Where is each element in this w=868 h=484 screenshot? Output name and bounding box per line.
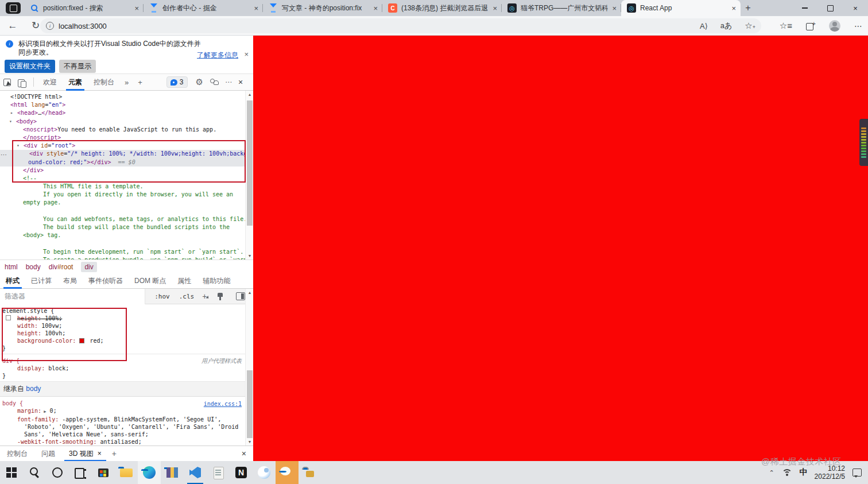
panel-tab-事件侦听器[interactable]: 事件侦听器 — [83, 274, 129, 289]
twisty-icon[interactable]: ▾ — [9, 118, 12, 126]
panel-tab-DOM 断点[interactable]: DOM 断点 — [129, 274, 172, 289]
scrollbar-thumb[interactable] — [247, 100, 253, 226]
css-property[interactable]: font-family: -apple-system, BlinkMacSyst… — [2, 416, 245, 438]
drawer-tab-问题[interactable]: 问题 — [34, 446, 62, 461]
panel-tab-属性[interactable]: 属性 — [172, 274, 197, 289]
devtools-tab-欢迎[interactable]: 欢迎 — [37, 74, 63, 91]
maximize-icon[interactable] — [817, 0, 843, 16]
styles-pane[interactable]: element.style {height: 100%;width: 100vw… — [0, 304, 245, 446]
translate-icon[interactable]: aあ — [720, 21, 733, 31]
toggle-hover-button[interactable]: :hov — [154, 293, 170, 300]
settings-gear-icon[interactable]: ⚙ — [196, 77, 203, 87]
breadcrumb-item-div[interactable]: div#root — [49, 263, 73, 271]
drawer-add-icon[interactable]: + — [108, 449, 120, 458]
ime-indicator[interactable]: 中 — [800, 467, 808, 478]
more-tabs-icon[interactable]: » — [120, 78, 133, 87]
elements-tree[interactable]: <!DOCTYPE html><html lang="en">▸<head>…<… — [0, 91, 245, 260]
taskbar-notepad-icon[interactable] — [207, 461, 230, 484]
dom-tree-line[interactable]: ▸<head>…</head> — [0, 109, 245, 117]
back-icon[interactable]: ← — [5, 20, 21, 32]
read-aloud-icon[interactable]: A⟩ — [700, 22, 708, 30]
dom-tree-line[interactable] — [0, 207, 245, 215]
dom-tree-line[interactable]: </noscript> — [0, 134, 245, 142]
wifi-icon[interactable] — [781, 468, 793, 477]
taskbar-task-view-icon[interactable] — [69, 461, 92, 484]
tab-close-icon[interactable]: × — [612, 4, 617, 13]
dom-tree-line[interactable]: ▾<div id="root"> — [0, 142, 245, 150]
devtools-menu-icon[interactable]: ⋯ — [225, 78, 232, 86]
dom-tree-line[interactable]: This HTML file is a template. — [0, 183, 245, 191]
new-style-rule-icon[interactable]: + — [202, 292, 207, 301]
dom-tree-line[interactable]: </div> — [0, 167, 245, 175]
panel-tab-已计算[interactable]: 已计算 — [25, 274, 57, 289]
css-property[interactable]: -webkit-font-smoothing: antialiased; — [2, 438, 245, 446]
css-property[interactable]: height: 100%; — [2, 315, 245, 322]
scroll-up-icon[interactable]: ▲ — [246, 291, 253, 295]
breadcrumb-item-div[interactable]: div — [81, 262, 96, 272]
taskbar-cortana-icon[interactable] — [46, 461, 69, 484]
elements-scrollbar[interactable]: ▲ ▼ — [245, 91, 253, 260]
new-tab-button[interactable]: + — [741, 1, 755, 16]
computed-sidebar-icon[interactable] — [235, 292, 245, 301]
taskbar-edge-icon[interactable] — [138, 461, 161, 484]
notification-center-icon[interactable] — [852, 468, 862, 477]
panel-tab-布局[interactable]: 布局 — [57, 274, 83, 289]
scroll-down-icon[interactable]: ▼ — [246, 254, 253, 258]
rule-origin-link[interactable]: index.css:1 — [204, 401, 242, 407]
dom-tree-line[interactable]: <div style="/* height: 100%; */width: 10… — [0, 150, 245, 158]
dom-tree-line[interactable]: To begin the development, run `npm start… — [0, 248, 245, 256]
drawer-close-icon[interactable]: × — [242, 449, 246, 458]
close-window-icon[interactable]: × — [843, 0, 868, 16]
css-property[interactable]: width: 100vw; — [2, 322, 245, 330]
devtools-close-icon[interactable]: × — [238, 78, 243, 87]
element-options-dots[interactable]: ⋯ — [1, 151, 10, 158]
dom-tree-line[interactable]: ound-color: red;"></div> == $0 — [0, 158, 245, 167]
property-checkbox[interactable] — [6, 315, 11, 320]
taskbar-file-explorer-icon[interactable] — [115, 461, 138, 484]
dom-tree-line[interactable]: empty page. — [0, 199, 245, 207]
dom-tree-line[interactable]: <!-- — [0, 175, 245, 183]
tab-close-icon[interactable]: × — [254, 4, 258, 13]
drawer-tab-close-icon[interactable]: × — [98, 447, 102, 461]
css-property[interactable]: background-color: red; — [2, 337, 245, 344]
tab-actions-icon[interactable] — [6, 2, 21, 14]
devtools-tab-元素[interactable]: 元素 — [63, 74, 88, 91]
taskbar-wechat-icon[interactable] — [276, 461, 299, 484]
browser-tab[interactable]: ◎猫爷TRPG——广州市文韬科× — [502, 0, 621, 16]
styles-scrollbar[interactable]: ▲ ▼ — [245, 289, 253, 446]
add-tab-icon[interactable]: + — [133, 78, 147, 87]
browser-tab[interactable]: 创作者中心 - 掘金× — [144, 0, 263, 16]
taskbar-vscode-icon[interactable] — [184, 461, 207, 484]
tab-close-icon[interactable]: × — [731, 4, 736, 13]
browser-tab[interactable]: position:fixed - 搜索× — [24, 0, 144, 16]
inspect-element-icon[interactable] — [0, 75, 15, 90]
profile-avatar[interactable] — [829, 20, 840, 32]
dom-tree-line[interactable]: You can add webfonts, meta tags, or anal… — [0, 215, 245, 223]
panel-tab-样式[interactable]: 样式 — [0, 274, 25, 289]
twisty-icon[interactable]: ▾ — [17, 142, 20, 150]
feedback-people-icon[interactable] — [208, 76, 220, 88]
tab-close-icon[interactable]: × — [373, 4, 378, 13]
dom-tree-line[interactable]: <noscript>You need to enable JavaScript … — [0, 126, 245, 134]
tray-expand-icon[interactable]: ⌃ — [769, 469, 774, 477]
minimize-icon[interactable] — [792, 0, 817, 16]
inherited-body-link[interactable]: body — [26, 385, 41, 393]
scrollbar-thumb[interactable] — [247, 370, 253, 438]
browser-tab[interactable]: ◎React App× — [621, 0, 741, 16]
dom-tree-line[interactable]: <html lang="en"> — [0, 101, 245, 109]
issues-badge[interactable]: 3 — [166, 76, 188, 88]
scroll-down-icon[interactable]: ▼ — [246, 440, 253, 444]
dom-tree-line[interactable]: The build step will place the bundled sc… — [0, 223, 245, 231]
taskbar-start-icon[interactable] — [0, 461, 23, 484]
dom-tree-line[interactable]: ▾<body> — [0, 118, 245, 126]
breadcrumb-item-body[interactable]: body — [26, 263, 41, 271]
device-toolbar-icon[interactable] — [15, 75, 30, 90]
drawer-tab-控制台[interactable]: 控制台 — [0, 446, 34, 461]
taskbar-store-icon[interactable] — [92, 461, 115, 484]
css-property[interactable]: margin: ▶ 0; — [2, 407, 245, 416]
browser-tab[interactable]: C(138条消息) 拦截浏览器后退× — [382, 0, 502, 16]
devtools-tab-控制台[interactable]: 控制台 — [88, 74, 120, 91]
taskbar-lock-tool-icon[interactable] — [299, 461, 321, 484]
filter-input[interactable]: 筛选器 — [0, 289, 145, 304]
css-property[interactable]: display: block; — [2, 365, 245, 372]
